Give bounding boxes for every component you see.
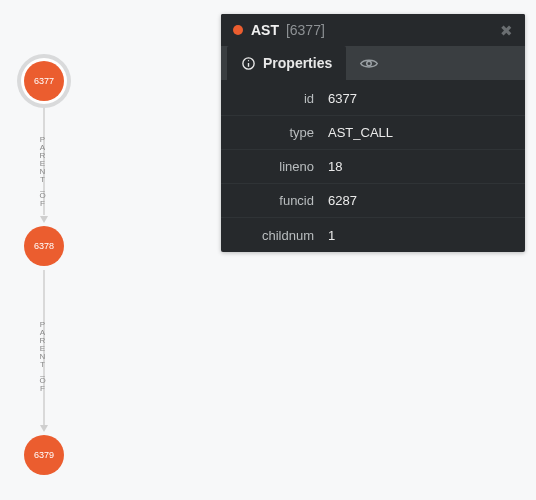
tab-view[interactable] bbox=[346, 46, 392, 80]
property-row: funcid6287 bbox=[221, 184, 525, 218]
property-row: typeAST_CALL bbox=[221, 116, 525, 150]
property-key: id bbox=[221, 91, 324, 106]
close-icon[interactable]: ✖ bbox=[500, 23, 513, 38]
details-panel: AST [6377] ✖ Properties id6377typeAST_CA… bbox=[221, 14, 525, 252]
property-value: 6287 bbox=[324, 193, 357, 208]
graph-node-id: 6379 bbox=[34, 450, 54, 460]
property-key: funcid bbox=[221, 193, 324, 208]
tab-properties-label: Properties bbox=[263, 55, 332, 71]
graph-node[interactable]: 6379 bbox=[24, 435, 64, 475]
property-value: 18 bbox=[324, 159, 342, 174]
edge-label: PARENT_OF bbox=[38, 320, 47, 392]
property-value: 6377 bbox=[324, 91, 357, 106]
graph-node-id: 6378 bbox=[34, 241, 54, 251]
panel-title: AST [6377] bbox=[251, 22, 325, 38]
property-key: childnum bbox=[221, 228, 324, 243]
property-value: 1 bbox=[324, 228, 335, 243]
property-row: childnum1 bbox=[221, 218, 525, 252]
graph-node-id: 6377 bbox=[34, 76, 54, 86]
edge-label: PARENT_OF bbox=[38, 135, 47, 207]
property-key: lineno bbox=[221, 159, 324, 174]
edge-arrow-icon bbox=[40, 216, 48, 223]
panel-header: AST [6377] ✖ bbox=[221, 14, 525, 46]
panel-tabs: Properties bbox=[221, 46, 525, 80]
svg-point-3 bbox=[367, 61, 372, 66]
panel-title-kind: AST bbox=[251, 22, 279, 38]
node-type-dot-icon bbox=[233, 25, 243, 35]
info-icon bbox=[241, 56, 256, 71]
graph-node[interactable]: 6377 bbox=[24, 61, 64, 101]
property-key: type bbox=[221, 125, 324, 140]
edge-arrow-icon bbox=[40, 425, 48, 432]
property-value: AST_CALL bbox=[324, 125, 393, 140]
graph-canvas[interactable]: PARENT_OFPARENT_OF637763786379 bbox=[0, 0, 220, 500]
graph-node[interactable]: 6378 bbox=[24, 226, 64, 266]
properties-list: id6377typeAST_CALLlineno18funcid6287chil… bbox=[221, 80, 525, 252]
panel-title-id: [6377] bbox=[286, 22, 325, 38]
svg-point-2 bbox=[248, 60, 249, 61]
property-row: lineno18 bbox=[221, 150, 525, 184]
eye-icon bbox=[360, 56, 378, 71]
tab-properties[interactable]: Properties bbox=[227, 46, 346, 80]
property-row: id6377 bbox=[221, 82, 525, 116]
